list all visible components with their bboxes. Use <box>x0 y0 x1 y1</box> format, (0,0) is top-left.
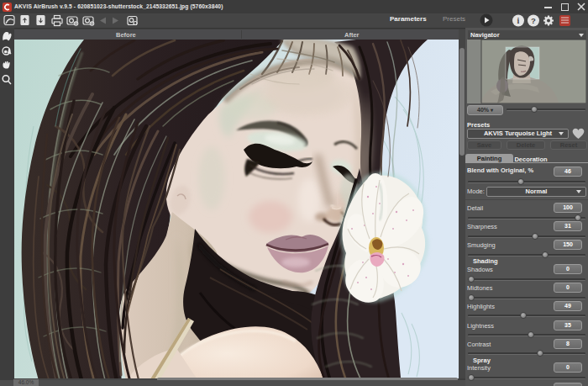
svg-text:i: i <box>517 16 520 25</box>
svg-text:?: ? <box>531 16 536 25</box>
